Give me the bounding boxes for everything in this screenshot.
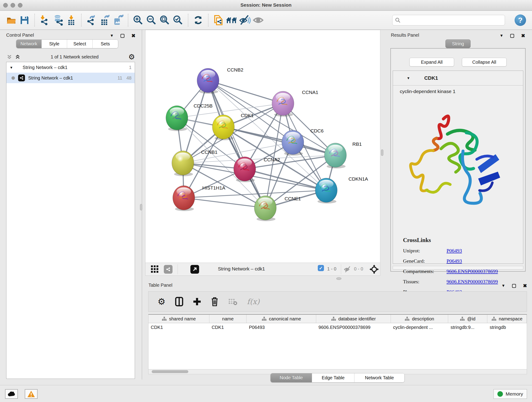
node-table[interactable]: shared namenamecanonical namedatabase id… [148,314,527,369]
network-node-CCNA1[interactable]: CCNA1 [272,89,318,117]
search-box[interactable] [392,15,505,26]
panel-menu-icon[interactable]: ▼ [501,283,505,288]
birdseye-toggle-button[interactable] [370,265,379,274]
close-panel-icon[interactable]: ✖ [131,33,135,38]
float-panel-icon[interactable] [512,284,516,288]
column-network-icon [491,317,496,321]
collapse-all-icon[interactable] [6,54,13,60]
show-all-button[interactable] [252,13,265,27]
delete-column-icon[interactable] [211,297,219,306]
show-graphics-details-button[interactable] [225,13,238,27]
tab-style[interactable]: Style [42,40,67,48]
save-session-button[interactable] [18,13,31,27]
string-view-button[interactable] [164,265,172,274]
network-node-CCNE1[interactable]: CCNE1 [254,196,301,221]
node-label: CDKN1A [348,176,368,182]
column-header-namespace[interactable]: namespace [487,315,527,323]
network-node-RB1[interactable]: RB1 [324,141,362,168]
titlebar: Session: New Session [0,0,532,11]
zoom-out-button[interactable] [145,13,158,27]
column-header-description[interactable]: description [391,315,448,323]
column-header-canonical-name[interactable]: canonical name [247,315,316,323]
network-collection-row[interactable]: ▼ String Network – cdk1 1 [6,62,135,73]
open-in-new-window-button[interactable] [190,265,199,274]
table-scrollbar-thumb[interactable] [152,370,188,373]
hide-selected-button[interactable] [238,13,252,27]
help-button[interactable]: ? [515,14,526,26]
network-row[interactable]: String Network – cdk1 11 48 [6,73,135,83]
refresh-view-button[interactable] [191,13,205,27]
node-label: CCNE1 [285,196,301,201]
network-node-CDKN1A[interactable]: CDKN1A [315,176,368,204]
search-input[interactable] [401,18,497,23]
tab-network-table[interactable]: Network Table [355,373,404,382]
network-node-HIST1H1A[interactable]: HIST1H1A [173,185,225,211]
selected-checkbox-icon[interactable]: ✓ [318,265,324,271]
column-header-shared-name[interactable]: shared name [148,315,209,323]
results-scrollbar-track[interactable] [393,266,523,269]
control-panel: Control Panel ▼ ✖ Network Style Select S… [0,30,142,380]
collapse-triangle-icon[interactable]: ▼ [10,65,13,70]
network-options-gear-icon[interactable]: ⚙ [128,53,135,61]
cloud-status-button[interactable] [5,389,18,399]
import-network-button[interactable] [38,13,51,27]
network-node-CCNB1[interactable]: CCNB1 [172,149,217,176]
node-section-header[interactable]: ▼ CDK1 [393,71,523,85]
close-panel-icon[interactable]: ✖ [523,283,527,288]
crosslink-link[interactable]: P06493 [447,248,462,254]
float-panel-icon[interactable] [120,34,124,38]
tab-select[interactable]: Select [67,40,93,48]
column-network-icon [405,317,410,321]
collapse-all-button[interactable]: Collapse All [462,58,507,66]
export-table-button[interactable] [98,13,111,27]
import-table-button[interactable] [65,13,78,27]
column-header-name[interactable]: name [209,315,247,323]
export-network-button[interactable] [85,13,98,27]
table-options-gear-icon[interactable]: ⚙ [158,297,165,306]
tab-node-table[interactable]: Node Table [271,373,312,382]
tab-edge-table[interactable]: Edge Table [312,373,354,382]
tab-string[interactable]: String [445,39,471,48]
import-network-from-database-button[interactable] [51,13,65,27]
network-label: String Network – cdk1 [28,75,73,81]
expand-all-icon[interactable] [14,54,21,60]
network-glyph-icon [87,19,94,25]
open-session-button[interactable] [5,13,18,27]
memory-button[interactable]: Memory [494,389,527,399]
status-bar: Memory [0,385,532,402]
right-splitter-handle[interactable] [381,149,383,156]
network-collection-label: String Network – cdk1 [23,65,68,70]
expand-all-button[interactable]: Expand All [409,58,454,66]
zoom-selected-button[interactable] [171,13,185,27]
node-label: CCNB2 [227,67,243,72]
show-columns-icon[interactable] [175,297,183,306]
zoom-fit-button[interactable] [158,13,171,27]
tab-sets[interactable]: Sets [93,40,118,48]
column-header-@id[interactable]: @id [448,315,487,323]
node-label: CCNA1 [302,89,318,95]
grid-view-button[interactable] [151,265,159,273]
collapse-triangle-icon[interactable]: ▼ [407,76,410,80]
tab-network[interactable]: Network [16,40,42,48]
close-panel-icon[interactable]: ✖ [521,33,525,38]
float-panel-icon[interactable] [510,34,514,38]
add-column-icon[interactable] [193,298,201,306]
left-splitter-handle[interactable] [140,204,142,211]
panel-menu-icon[interactable]: ▼ [500,33,504,38]
search-icon [395,17,401,23]
panel-menu-icon[interactable]: ▼ [110,33,114,38]
network-node-CDC6[interactable]: CDC6 [282,128,323,156]
network-node-CCNA2[interactable]: CCNA2 [234,157,280,182]
export-image-button[interactable] [111,13,125,27]
column-header-database-identifier[interactable]: database identifier [316,315,391,323]
table-row[interactable]: CDK1CDK1P064939606.ENSP00000378699cyclin… [148,323,527,332]
network-canvas[interactable]: CCNB2CCNA1CDC25BCDK1CDC6RB1CCNB1CCNA2CDK… [146,30,380,263]
zoom-in-button[interactable] [132,13,145,27]
crosslink-link[interactable]: P06493 [447,258,462,264]
clone-network-button[interactable] [212,13,225,27]
table-splitter-handle[interactable] [336,277,341,280]
node-details-card: ▼ CDK1 cyclin-dependent kinase 1 [393,70,523,264]
eye-icon [254,18,263,22]
warning-status-button[interactable] [25,389,38,399]
control-panel-title: Control Panel [6,32,34,38]
